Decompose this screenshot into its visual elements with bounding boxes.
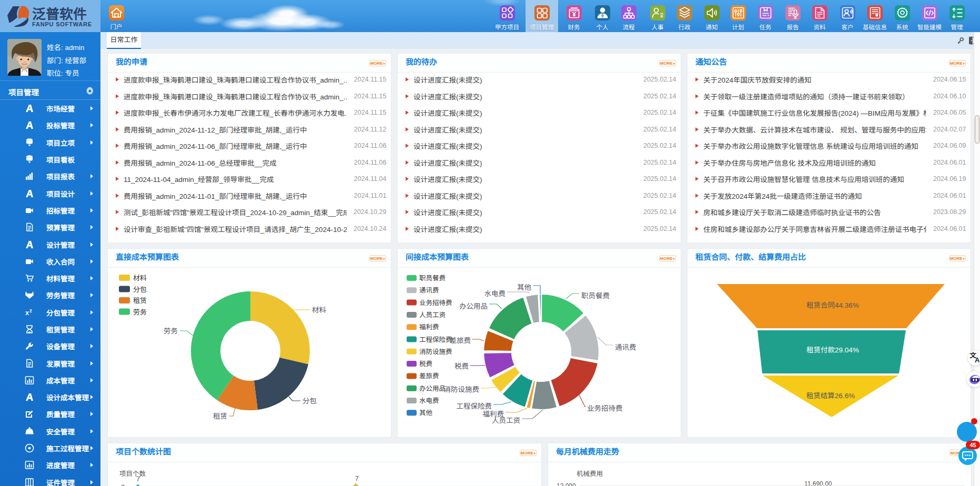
svg-text:劳务: 劳务 — [133, 308, 147, 316]
svg-text:2: 2 — [29, 308, 32, 313]
svg-text:分包: 分包 — [302, 397, 317, 405]
svg-text:租赁: 租赁 — [133, 297, 147, 305]
svg-text:办公用品: 办公用品 — [459, 302, 488, 310]
svg-text:业务招待费: 业务招待费 — [419, 299, 452, 307]
svg-text:工程保险费: 工程保险费 — [419, 336, 452, 343]
svg-text:消防设施费: 消防设施费 — [419, 348, 452, 356]
svg-text:通讯费: 通讯费 — [419, 287, 439, 294]
svg-text:材料: 材料 — [133, 274, 147, 282]
svg-text:差旅费: 差旅费 — [419, 372, 439, 380]
svg-text:其他: 其他 — [419, 409, 433, 417]
svg-text:分包: 分包 — [133, 286, 147, 293]
svg-text:泛普软件: 泛普软件 — [32, 6, 87, 22]
svg-text:消防设施费: 消防设施费 — [444, 386, 480, 393]
svg-text:水电费: 水电费 — [419, 397, 439, 404]
svg-text:职员餐费: 职员餐费 — [581, 292, 610, 300]
svg-text:FANPU SOFTWARE: FANPU SOFTWARE — [32, 21, 92, 27]
svg-text:办公用品: 办公用品 — [419, 385, 446, 392]
svg-text:租赁付款29.04%: 租赁付款29.04% — [806, 346, 859, 354]
svg-text:A: A — [975, 356, 980, 364]
svg-text:工程保险费: 工程保险费 — [457, 402, 492, 410]
svg-text:福利费: 福利费 — [419, 323, 439, 331]
svg-text:x: x — [25, 309, 29, 317]
svg-text:差旅费: 差旅费 — [450, 337, 471, 345]
svg-text:税费: 税费 — [419, 360, 432, 368]
svg-text:材料: 材料 — [312, 306, 327, 314]
svg-text:业务招待费: 业务招待费 — [587, 404, 623, 412]
svg-text:租赁合同44.36%: 租赁合同44.36% — [806, 301, 859, 309]
svg-text:人员工资: 人员工资 — [492, 417, 520, 424]
svg-text:人员工资: 人员工资 — [419, 311, 446, 319]
svg-text:职员餐费: 职员餐费 — [419, 275, 446, 282]
svg-text:其他: 其他 — [517, 284, 531, 291]
svg-text:劳务: 劳务 — [164, 327, 178, 335]
svg-text:税费: 税费 — [454, 362, 469, 370]
svg-text:通讯费: 通讯费 — [615, 343, 637, 351]
svg-text:租赁结算26.6%: 租赁结算26.6% — [806, 392, 855, 400]
svg-text:水电费: 水电费 — [484, 290, 506, 298]
svg-text:租赁: 租赁 — [213, 412, 227, 420]
